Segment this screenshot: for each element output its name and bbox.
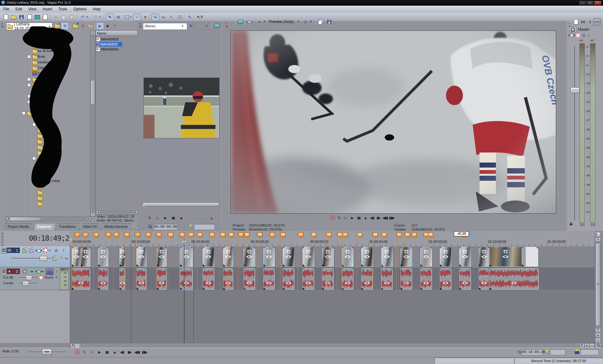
pan-handle[interactable] — [23, 281, 29, 286]
redo-icon-dropdown[interactable]: ▾ — [99, 15, 100, 18]
start-preview-icon[interactable]: ▶ — [96, 22, 104, 29]
external-monitor-icon[interactable] — [213, 22, 221, 29]
automation-mode-icon[interactable] — [38, 275, 44, 280]
chevron-down-icon[interactable]: ▼ — [49, 249, 51, 252]
timeline-marker-20[interactable]: 20 — [280, 232, 286, 237]
fade-out-handle[interactable] — [469, 247, 471, 249]
fade-in-handle[interactable] — [361, 247, 363, 249]
track-fx-icon[interactable] — [43, 248, 48, 253]
tree-item-label[interactable]: nění — [38, 105, 44, 109]
event-fx-icon[interactable] — [421, 281, 432, 285]
auto-preview-icon[interactable]: ↖ — [111, 22, 119, 29]
chevron-down-icon[interactable]: ▼ — [310, 20, 312, 23]
timeline-marker-2[interactable]: 2 — [83, 232, 88, 237]
video-clip[interactable] — [302, 247, 314, 267]
track-number-badge[interactable]: 1 — [7, 248, 20, 253]
fade-in-handle[interactable] — [98, 247, 100, 249]
fade-in-handle[interactable] — [223, 247, 225, 249]
menu-tools[interactable]: Tools — [55, 6, 70, 13]
fade-out-handle[interactable] — [449, 268, 451, 270]
scroll-down-icon[interactable]: ▼ — [90, 212, 95, 217]
audio-clip[interactable] — [180, 268, 193, 290]
fade-in-handle[interactable] — [180, 268, 182, 270]
scroll-left-icon[interactable]: ◀ — [6, 217, 10, 221]
video-clip[interactable] — [322, 247, 334, 267]
insert-envelope-icon[interactable]: ≂ — [29, 269, 35, 274]
event-fx-icon[interactable] — [306, 255, 311, 258]
timeline-marker-15[interactable]: 15 — [220, 232, 225, 237]
timeline-marker-3[interactable]: 3 — [93, 232, 99, 237]
tree-item-label[interactable]: cendovy narozeniny — [38, 60, 68, 64]
pan-crop-icon[interactable] — [345, 249, 350, 254]
event-fx-icon[interactable] — [247, 255, 252, 258]
scroll-right-icon[interactable]: ▶ — [133, 211, 138, 215]
playhead-handle[interactable] — [182, 240, 187, 245]
downmix-output-icon[interactable]: ⋈ — [580, 18, 587, 25]
timeline-marker-13[interactable]: 13 — [197, 232, 203, 237]
fade-in-handle[interactable] — [180, 247, 182, 249]
file-list-header[interactable]: Name — [95, 30, 138, 36]
normal-data-tool-icon[interactable]: ∿ — [151, 13, 159, 21]
fade-in-handle[interactable] — [322, 268, 324, 270]
fade-out-handle[interactable] — [351, 247, 353, 249]
tree-item-label[interactable]: Bratr — [38, 55, 45, 58]
zoom-in-time-icon[interactable]: + — [584, 343, 589, 348]
event-fx-icon[interactable] — [490, 281, 539, 285]
tree-vertical-scrollbar[interactable] — [90, 31, 95, 217]
fade-out-handle[interactable] — [332, 247, 334, 249]
pause-button[interactable]: ▮▮ — [170, 215, 177, 221]
audio-clip[interactable] — [263, 268, 275, 290]
timeline-marker-17[interactable]: 17 — [238, 232, 244, 237]
loop-playback-button[interactable]: ↻ — [81, 350, 88, 355]
fade-in-handle[interactable] — [479, 268, 481, 270]
zoom-out-time-icon[interactable]: − — [589, 343, 595, 348]
playhead-line[interactable] — [184, 239, 184, 343]
timeline-marker-9[interactable]: 9 — [156, 232, 162, 237]
fade-in-handle[interactable] — [421, 247, 422, 249]
fade-out-handle[interactable] — [165, 247, 166, 249]
fade-in-handle[interactable] — [490, 268, 492, 270]
play-from-start-button[interactable]: ▷ — [342, 215, 349, 221]
snapping-icon[interactable]: ∩ — [133, 13, 141, 21]
pan-crop-icon[interactable] — [384, 249, 389, 254]
fade-out-handle[interactable] — [292, 268, 294, 270]
tree-expander[interactable]: + — [27, 55, 31, 58]
audio-clip[interactable] — [420, 268, 432, 290]
preview-quality-dropdown[interactable]: Preview (Auto) — [269, 19, 294, 24]
play-from-start-button[interactable]: ▷ — [89, 350, 95, 355]
fade-in-handle[interactable] — [421, 268, 422, 270]
pane-close-icon[interactable]: ✕◀ — [1, 23, 4, 28]
timeline-marker-7[interactable]: 7 — [135, 232, 140, 237]
stop-button[interactable]: ■ — [362, 215, 369, 221]
close-button[interactable]: ✕ — [594, 1, 601, 5]
fade-in-handle[interactable] — [223, 268, 225, 270]
tree-item-label[interactable]: Fan — [38, 100, 44, 104]
menu-view[interactable]: View — [25, 6, 40, 13]
file-row[interactable]: MAH00828 — [96, 37, 137, 41]
audio-track-header[interactable]: 2 ≂ ▼ ⊘ ! 0,0 dB Touch ▼ Center -Inf. 12… — [0, 267, 70, 290]
pan-crop-icon[interactable] — [463, 249, 468, 254]
timeline-marker-35[interactable]: 35 — [428, 232, 433, 237]
timeline-marker-29[interactable]: 29 — [372, 232, 378, 237]
event-fx-icon[interactable] — [345, 255, 350, 258]
tree-item-label[interactable]: Bedla — [38, 32, 46, 36]
tree-item-label[interactable]: Hokej v N — [43, 162, 58, 166]
tree-expander[interactable]: - — [22, 111, 25, 115]
timeline-marker-16[interactable]: 16 — [228, 232, 234, 237]
normal-edit-tool-icon[interactable]: ↖ — [106, 13, 114, 21]
fade-in-handle[interactable] — [322, 247, 324, 249]
tree-expander[interactable]: + — [27, 32, 31, 36]
play-from-start-button[interactable]: ▷ — [154, 215, 161, 221]
pan-crop-icon[interactable] — [206, 249, 211, 254]
tree-expander[interactable]: + — [32, 123, 36, 126]
track-number-badge[interactable]: 2 — [7, 269, 20, 274]
region-field[interactable] — [580, 349, 599, 355]
video-clip[interactable] — [420, 247, 432, 267]
master-fx-chain-icon[interactable] — [569, 33, 574, 38]
fade-in-handle[interactable] — [98, 268, 100, 270]
event-fx-icon[interactable] — [184, 255, 189, 258]
audio-clip[interactable] — [342, 268, 354, 290]
fade-out-handle[interactable] — [212, 268, 214, 270]
event-fx-icon[interactable] — [266, 255, 272, 258]
fade-out-handle[interactable] — [292, 247, 294, 249]
